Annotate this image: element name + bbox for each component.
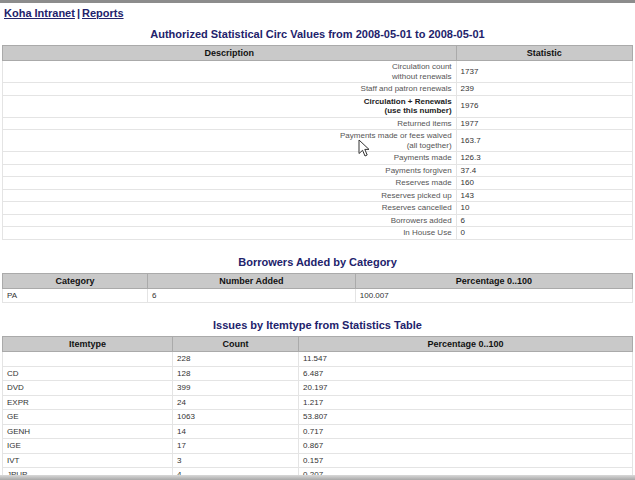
itemtype-cell: IVT [3, 453, 173, 468]
itemtype-cell: DVD [3, 381, 173, 396]
count-cell: 3 [173, 453, 299, 468]
table-row: PA 6 100.007 [3, 288, 633, 303]
stat-description: Circulation count without renewals [3, 61, 457, 83]
table-row: IVT 3 0.157 [3, 453, 633, 468]
borrowers-by-category-table: Category Number Added Percentage 0..100 … [2, 273, 633, 304]
count-cell: 17 [173, 439, 299, 454]
stat-description: Payments made [3, 152, 457, 165]
itemtype-cell: GE [3, 410, 173, 425]
table-row: Returned items 1977 [3, 117, 633, 130]
table-row: Reserves cancelled 10 [3, 202, 633, 215]
percentage-cell: 1.217 [299, 395, 633, 410]
stat-description: In House Use [3, 227, 457, 240]
table-header-row: Category Number Added Percentage 0..100 [3, 273, 633, 288]
breadcrumb-separator: | [75, 7, 82, 19]
circ-report-title: Authorized Statistical Circ Values from … [0, 28, 635, 40]
stat-value: 1976 [456, 95, 632, 117]
breadcrumb: Koha Intranet|Reports [0, 3, 635, 21]
column-header-category: Category [3, 273, 148, 288]
percentage-cell: 53.807 [299, 410, 633, 425]
stat-description: Circulation + Renewals (use this number) [3, 95, 457, 117]
issues-report-title: Issues by Itemtype from Statistics Table [0, 319, 635, 331]
reports-link[interactable]: Reports [82, 7, 124, 19]
stat-value: 6 [456, 214, 632, 227]
column-header-statistic: Statistic [456, 46, 632, 61]
count-cell: 228 [173, 352, 299, 367]
count-cell: 399 [173, 381, 299, 396]
stat-description: Returned items [3, 117, 457, 130]
itemtype-cell: IGE [3, 439, 173, 454]
table-row: DVD 399 20.197 [3, 381, 633, 396]
table-row: Payments forgiven 37.4 [3, 164, 633, 177]
count-cell: 24 [173, 395, 299, 410]
table-row: GE 1063 53.807 [3, 410, 633, 425]
borrowers-report-title: Borrowers Added by Category [0, 256, 635, 268]
table-row: 228 11.547 [3, 352, 633, 367]
issues-by-itemtype-table: Itemtype Count Percentage 0..100 228 11.… [2, 336, 633, 480]
stat-value: 126.3 [456, 152, 632, 165]
table-row: Circulation count without renewals 1737 [3, 61, 633, 83]
stat-value: 143 [456, 189, 632, 202]
table-row: Reserves picked up 143 [3, 189, 633, 202]
circ-stats-table: Description Statistic Circulation count … [2, 45, 633, 240]
table-header-row: Itemtype Count Percentage 0..100 [3, 337, 633, 352]
percentage-cell: 0.157 [299, 453, 633, 468]
column-header-number-added: Number Added [147, 273, 355, 288]
table-row: EXPR 24 1.217 [3, 395, 633, 410]
percentage-cell: 0.717 [299, 424, 633, 439]
number-added-cell: 6 [147, 288, 355, 303]
koha-intranet-link[interactable]: Koha Intranet [4, 7, 75, 19]
stat-description: Payments made or fees waived (all togeth… [3, 130, 457, 152]
stat-description: Staff and patron renewals [3, 83, 457, 96]
column-header-percentage: Percentage 0..100 [355, 273, 632, 288]
stat-value: 37.4 [456, 164, 632, 177]
stat-value: 239 [456, 83, 632, 96]
stat-description: Reserves cancelled [3, 202, 457, 215]
window-bottom-edge [0, 475, 635, 480]
itemtype-cell: CD [3, 366, 173, 381]
percentage-cell: 100.007 [355, 288, 632, 303]
table-row: In House Use 0 [3, 227, 633, 240]
itemtype-cell: EXPR [3, 395, 173, 410]
itemtype-cell: GENH [3, 424, 173, 439]
table-row: Reserves made 160 [3, 177, 633, 190]
stat-value: 1737 [456, 61, 632, 83]
column-header-itemtype: Itemtype [3, 337, 173, 352]
table-header-row: Description Statistic [3, 46, 633, 61]
stat-value: 1977 [456, 117, 632, 130]
stat-value: 10 [456, 202, 632, 215]
category-cell: PA [3, 288, 148, 303]
stat-description: Payments forgiven [3, 164, 457, 177]
percentage-cell: 20.197 [299, 381, 633, 396]
count-cell: 1063 [173, 410, 299, 425]
table-row: Circulation + Renewals (use this number)… [3, 95, 633, 117]
stat-description: Reserves picked up [3, 189, 457, 202]
percentage-cell: 0.867 [299, 439, 633, 454]
stat-description: Reserves made [3, 177, 457, 190]
count-cell: 128 [173, 366, 299, 381]
table-row: Payments made or fees waived (all togeth… [3, 130, 633, 152]
percentage-cell: 11.547 [299, 352, 633, 367]
column-header-percentage: Percentage 0..100 [299, 337, 633, 352]
column-header-description: Description [3, 46, 457, 61]
count-cell: 14 [173, 424, 299, 439]
table-row: IGE 17 0.867 [3, 439, 633, 454]
table-row: CD 128 6.487 [3, 366, 633, 381]
column-header-count: Count [173, 337, 299, 352]
stat-value: 163.7 [456, 130, 632, 152]
stat-value: 0 [456, 227, 632, 240]
itemtype-cell [3, 352, 173, 367]
percentage-cell: 6.487 [299, 366, 633, 381]
table-row: Staff and patron renewals 239 [3, 83, 633, 96]
stat-value: 160 [456, 177, 632, 190]
table-row: Payments made 126.3 [3, 152, 633, 165]
table-row: GENH 14 0.717 [3, 424, 633, 439]
stat-description: Borrowers added [3, 214, 457, 227]
table-row: Borrowers added 6 [3, 214, 633, 227]
